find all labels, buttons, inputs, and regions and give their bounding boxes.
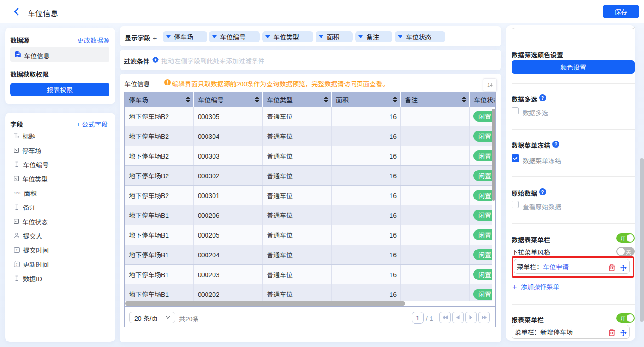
svg-text:123: 123 — [14, 191, 20, 195]
svg-text:7: 7 — [16, 249, 17, 252]
svg-text:7: 7 — [16, 263, 17, 266]
svg-text:1: 1 — [487, 82, 490, 88]
